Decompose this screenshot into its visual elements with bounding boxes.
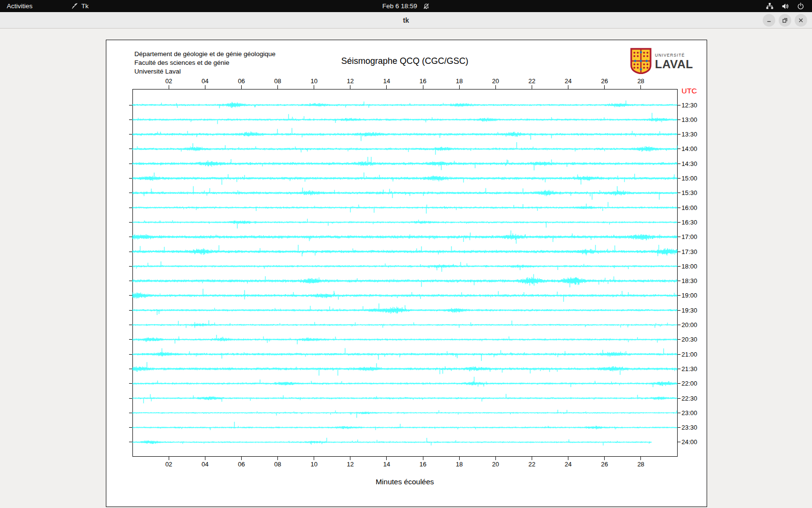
seismo-trace <box>132 348 677 361</box>
x-tick-label-top: 26 <box>601 77 608 85</box>
seismo-trace <box>132 289 677 302</box>
trace-time-label: 18:30 <box>682 277 697 284</box>
seismo-trace <box>132 377 677 388</box>
seismo-trace <box>132 394 677 403</box>
x-tick-label-bottom: 20 <box>492 461 499 468</box>
trace-time-label: 23:30 <box>682 424 697 431</box>
seismo-trace <box>132 303 677 315</box>
trace-time-label: 19:00 <box>682 292 697 299</box>
seismo-trace <box>132 230 677 243</box>
x-tick-label-bottom: 26 <box>601 461 608 468</box>
seismo-trace <box>132 320 677 328</box>
trace-time-label: 21:30 <box>682 365 697 373</box>
trace-time-label: 14:00 <box>682 145 697 152</box>
x-tick-label-top: 16 <box>420 77 426 85</box>
window-titlebar: tk <box>0 12 812 29</box>
trace-time-label: 16:30 <box>682 219 697 226</box>
x-tick-label-bottom: 06 <box>238 461 245 468</box>
trace-time-label: 13:30 <box>682 131 697 138</box>
x-tick-label-bottom: 04 <box>202 461 208 468</box>
seismo-trace <box>132 113 677 124</box>
seismo-trace <box>132 410 677 418</box>
trace-time-label: 12:30 <box>682 102 697 109</box>
x-tick-label-bottom: 02 <box>165 461 172 468</box>
trace-time-label: 20:30 <box>682 336 697 343</box>
trace-time-label: 17:00 <box>682 233 697 240</box>
seismo-trace <box>132 438 652 446</box>
x-tick-label-top: 14 <box>383 77 390 85</box>
trace-time-label: 23:00 <box>682 409 697 417</box>
window-title: tk <box>403 16 409 24</box>
x-tick-label-top: 24 <box>565 77 571 85</box>
plot-border <box>132 89 677 456</box>
seismo-trace <box>132 186 677 200</box>
x-axis-label: Minutes écoulées <box>376 478 434 486</box>
seismo-trace <box>132 335 677 344</box>
tk-window-content: Département de géologie et de génie géol… <box>0 29 812 508</box>
power-icon[interactable] <box>797 2 804 10</box>
seismo-trace <box>132 261 677 271</box>
trace-time-label: 16:00 <box>682 204 697 211</box>
trace-time-label: 13:00 <box>682 116 697 123</box>
x-tick-label-bottom: 16 <box>420 461 426 468</box>
seismo-trace <box>132 219 677 228</box>
x-tick-label-top: 02 <box>165 77 172 85</box>
network-icon[interactable] <box>766 2 774 10</box>
minimize-button[interactable] <box>763 14 775 27</box>
x-tick-label-top: 18 <box>456 77 463 85</box>
x-tick-label-bottom: 24 <box>565 461 571 468</box>
seismo-trace <box>132 362 677 375</box>
seismo-trace <box>132 202 677 214</box>
x-tick-label-top: 22 <box>528 77 535 85</box>
trace-time-label: 15:00 <box>682 175 697 182</box>
seismograph-canvas: Département de géologie et de génie géol… <box>106 40 707 507</box>
trace-time-label: 24:00 <box>682 438 697 446</box>
trace-time-label: 17:30 <box>682 248 697 255</box>
trace-time-label: 20:00 <box>682 321 697 329</box>
x-tick-label-top: 08 <box>274 77 281 85</box>
seismo-trace <box>132 274 677 287</box>
x-tick-label-bottom: 08 <box>274 461 281 468</box>
seismo-trace <box>132 142 677 155</box>
x-tick-label-top: 12 <box>347 77 354 85</box>
x-tick-label-bottom: 14 <box>383 461 390 468</box>
x-tick-label-bottom: 10 <box>310 461 317 468</box>
seismo-trace <box>132 422 677 430</box>
trace-time-label: 21:00 <box>682 351 697 358</box>
x-tick-label-top: 04 <box>202 77 208 85</box>
volume-icon[interactable] <box>782 3 789 10</box>
close-button[interactable] <box>795 14 807 27</box>
x-tick-label-top: 06 <box>238 77 245 85</box>
gnome-top-bar: Activities Tk Feb 6 18:59 <box>0 0 812 12</box>
x-tick-label-top: 10 <box>310 77 317 85</box>
x-tick-label-bottom: 22 <box>528 461 535 468</box>
utc-label: UTC <box>682 87 697 95</box>
trace-time-label: 19:30 <box>682 307 697 314</box>
seismo-trace <box>132 157 677 170</box>
clock-label: Feb 6 18:59 <box>382 2 417 10</box>
seismo-trace <box>132 101 677 108</box>
trace-time-label: 22:00 <box>682 380 697 387</box>
trace-time-label: 18:00 <box>682 263 697 270</box>
trace-time-label: 15:30 <box>682 189 697 196</box>
x-tick-label-bottom: 28 <box>638 461 644 468</box>
clock-button[interactable]: Feb 6 18:59 <box>376 0 436 12</box>
x-tick-label-bottom: 18 <box>456 461 463 468</box>
maximize-button[interactable] <box>779 14 791 27</box>
seismo-trace <box>132 173 677 185</box>
trace-time-label: 14:30 <box>682 160 697 167</box>
notifications-muted-icon <box>423 3 430 10</box>
x-tick-label-top: 28 <box>638 77 644 85</box>
x-tick-label-bottom: 12 <box>347 461 354 468</box>
seismograph-plot: 0202040406060808101012121414161618182020… <box>106 40 708 508</box>
trace-time-label: 22:30 <box>682 395 697 402</box>
seismo-trace <box>132 245 677 256</box>
seismo-trace <box>132 128 677 141</box>
x-tick-label-top: 20 <box>492 77 499 85</box>
